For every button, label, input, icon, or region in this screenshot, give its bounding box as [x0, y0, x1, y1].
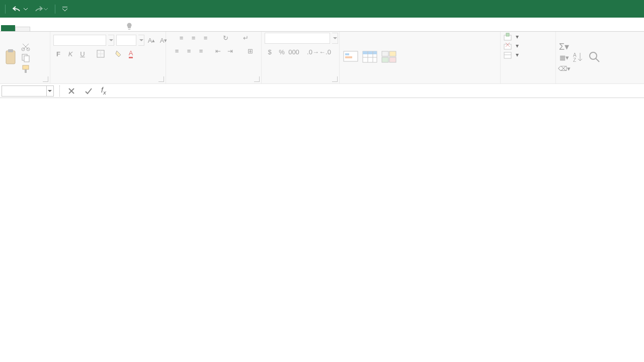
table-icon	[362, 49, 378, 65]
grow-font-button[interactable]: A▴	[146, 35, 156, 45]
svg-rect-15	[389, 51, 396, 56]
cond-format-icon	[343, 49, 359, 65]
name-box[interactable]	[2, 85, 47, 97]
decrease-indent-button[interactable]: ⇤	[213, 46, 223, 56]
number-format-select[interactable]	[265, 33, 330, 44]
undo-button[interactable]	[13, 5, 28, 13]
font-color-button[interactable]: A	[126, 49, 136, 59]
tab-start[interactable]	[15, 27, 30, 31]
align-right-button[interactable]: ≡	[196, 46, 206, 56]
cell-styles-icon	[381, 49, 397, 65]
align-middle-button[interactable]: ≡	[189, 33, 199, 43]
percent-button[interactable]: %	[277, 47, 287, 57]
clipboard-launcher[interactable]	[43, 76, 48, 82]
format-painter-icon[interactable]	[21, 64, 30, 73]
sort-icon: AZ	[572, 51, 585, 64]
svg-rect-21	[504, 52, 511, 58]
orientation-button[interactable]: ↻	[221, 33, 231, 43]
font-name-dropdown[interactable]	[108, 35, 114, 46]
name-box-dropdown[interactable]	[47, 85, 54, 97]
qat-customize-button[interactable]	[62, 6, 67, 12]
format-cells-icon	[504, 51, 512, 59]
merge-button[interactable]: ⊞	[246, 46, 256, 56]
shrink-font-button[interactable]: A▾	[158, 35, 169, 45]
svg-rect-20	[504, 44, 511, 49]
align-center-button[interactable]: ≡	[184, 46, 194, 56]
svg-rect-12	[363, 51, 377, 62]
svg-text:Z: Z	[573, 57, 576, 63]
svg-rect-19	[506, 33, 509, 36]
tab-review[interactable]	[87, 27, 101, 31]
font-launcher[interactable]	[158, 76, 164, 82]
align-top-button[interactable]: ≡	[177, 33, 187, 43]
svg-rect-17	[389, 57, 396, 62]
font-name-input[interactable]	[53, 35, 106, 46]
clear-button[interactable]: ⌫▾	[559, 64, 569, 74]
insert-cells-button[interactable]: ▾	[504, 33, 519, 41]
fill-color-button[interactable]	[114, 49, 124, 59]
format-as-table-button[interactable]	[362, 49, 378, 66]
svg-rect-7	[25, 69, 27, 73]
align-left-button[interactable]: ≡	[172, 46, 182, 56]
comma-button[interactable]: 000	[289, 47, 299, 57]
font-size-input[interactable]	[116, 35, 136, 46]
svg-point-3	[27, 48, 30, 51]
underline-button[interactable]: U	[77, 49, 88, 59]
fx-icon[interactable]: fx	[101, 86, 106, 96]
cancel-formula-button[interactable]	[66, 85, 77, 97]
alignment-launcher[interactable]	[254, 76, 260, 82]
increase-decimal-button[interactable]: .0→	[308, 47, 318, 57]
tab-insert[interactable]	[30, 27, 44, 31]
find-select-button[interactable]	[588, 51, 601, 65]
tell-me-search[interactable]	[125, 22, 137, 31]
ribbon: A▴ A▾ F K U A ≡ ≡ ≡ ↻	[0, 32, 644, 84]
quick-access-toolbar	[0, 5, 67, 14]
number-format-dropdown[interactable]	[332, 33, 338, 44]
enter-formula-button[interactable]	[83, 85, 94, 97]
cut-icon[interactable]	[21, 42, 30, 51]
tab-pagelayout[interactable]	[44, 27, 58, 31]
lightbulb-icon	[125, 22, 134, 31]
wrap-text-button[interactable]: ↵	[241, 33, 251, 43]
format-cells-button[interactable]: ▾	[504, 51, 519, 59]
svg-rect-0	[6, 51, 15, 64]
bold-button[interactable]: F	[53, 49, 63, 59]
delete-cells-icon	[504, 42, 512, 50]
currency-button[interactable]: $	[265, 47, 275, 57]
delete-cells-button[interactable]: ▾	[504, 42, 519, 50]
cell-styles-button[interactable]	[381, 49, 397, 66]
fill-button[interactable]: ▦▾	[559, 53, 569, 63]
copy-icon[interactable]	[21, 53, 30, 62]
svg-rect-8	[97, 50, 104, 57]
sort-filter-button[interactable]: AZ	[572, 51, 585, 65]
tab-file[interactable]	[1, 25, 15, 31]
insert-cells-icon	[504, 33, 512, 41]
increase-indent-button[interactable]: ⇥	[225, 46, 235, 56]
decrease-decimal-button[interactable]: ←.0	[320, 47, 330, 57]
svg-rect-5	[24, 56, 29, 62]
svg-rect-11	[345, 56, 352, 58]
svg-rect-13	[363, 51, 377, 54]
svg-point-2	[22, 48, 25, 51]
tab-view[interactable]	[101, 27, 115, 31]
svg-rect-1	[8, 49, 13, 52]
redo-button[interactable]	[33, 5, 48, 13]
autosum-button[interactable]: Σ▾	[559, 42, 569, 52]
borders-button[interactable]	[96, 49, 106, 59]
tab-data[interactable]	[72, 27, 87, 31]
align-bottom-button[interactable]: ≡	[201, 33, 211, 43]
tab-formulas[interactable]	[58, 27, 72, 31]
svg-rect-16	[382, 57, 388, 62]
italic-button[interactable]: K	[65, 49, 75, 59]
svg-rect-14	[382, 51, 388, 56]
title-bar	[0, 0, 644, 18]
conditional-formatting-button[interactable]	[343, 49, 359, 66]
find-icon	[588, 51, 601, 64]
ribbon-tabs	[0, 18, 644, 32]
svg-rect-10	[345, 53, 349, 55]
number-launcher[interactable]	[332, 76, 338, 82]
paste-button[interactable]	[3, 49, 18, 67]
formula-input[interactable]	[110, 85, 644, 97]
svg-rect-18	[504, 35, 511, 40]
font-size-dropdown[interactable]	[138, 35, 144, 46]
